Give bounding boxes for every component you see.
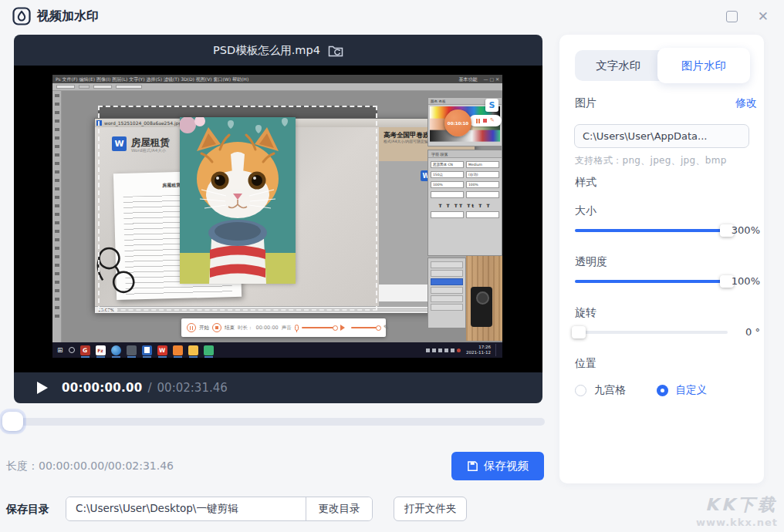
template-subtitle: Word格式/A4大小	[131, 148, 170, 153]
size-slider-row: 300%	[575, 223, 760, 238]
cat-photo	[180, 117, 296, 284]
savedir-control: 更改目录	[66, 497, 373, 521]
length-value: 00:00:00.00/00:02:31.46	[39, 460, 174, 472]
tab-image-watermark[interactable]: 图片水印	[657, 48, 750, 83]
radio-grid-label[interactable]: 九宫格	[594, 383, 626, 397]
video-player: PSD模板怎么用.mp4 Ps 文件(F) 编辑(E) 图像(I) 图层(L) …	[14, 35, 542, 403]
rotate-slider-handle[interactable]	[572, 326, 586, 338]
show-desktop-button	[495, 344, 498, 356]
pencil-icon: ✎	[490, 118, 495, 123]
type-style-buttons: T T TT Tt T T	[431, 203, 499, 208]
font-family-field: 思源黑体 CN	[431, 161, 464, 168]
tab-text-watermark[interactable]: 文字水印	[575, 50, 662, 81]
app-title: 视频加水印	[37, 8, 99, 25]
speaker-icon	[340, 325, 348, 331]
formats-hint: 支持格式：png、jpeg、jpg、bmp	[575, 154, 727, 167]
annotate-pencil-icon: ✎	[384, 324, 390, 332]
windows-taskbar: ⊞ G Fz W 17:262021-11-12	[52, 342, 502, 358]
watermark-settings-panel: 文字水印 图片水印 图片 修改 支持格式：png、jpeg、jpg、bmp 样式…	[559, 35, 764, 483]
image-label: 图片	[575, 96, 596, 110]
taskbar-clock: 17:262021-11-12	[466, 345, 491, 355]
microphone-icon	[295, 325, 299, 331]
taskbar-app-icon	[188, 345, 198, 355]
ps-toolbox	[52, 91, 62, 342]
rotate-slider-row: 0 °	[575, 325, 760, 340]
savedir-input[interactable]	[66, 497, 306, 520]
total-time: 00:02:31.46	[157, 381, 228, 395]
maximize-icon[interactable]	[726, 11, 738, 22]
close-icon[interactable]: ✕	[758, 10, 769, 23]
document-statusbar: 16.67%	[95, 306, 475, 313]
save-icon	[467, 460, 478, 472]
font-size-field: 150点	[431, 171, 464, 178]
duration-value: 00:00:00	[256, 325, 279, 331]
recording-mini-controls: ✎	[469, 115, 502, 126]
size-label: 大小	[575, 204, 596, 218]
leading-field: (自动)	[466, 171, 499, 178]
open-folder-button[interactable]: 打开文件夹	[394, 497, 467, 521]
length-label: 长度：	[6, 460, 39, 472]
opacity-slider-row: 100%	[575, 274, 760, 289]
app-window: 视频加水印 ✕ PSD模板怎么用.mp4 Ps 文件(F) 编辑(E) 图像(I…	[0, 0, 784, 532]
size-value: 300%	[729, 224, 760, 236]
length-info: 长度：00:00:00.00/00:02:31.46	[6, 460, 174, 473]
document-icon	[96, 120, 102, 126]
zoom-level: 16.67%	[98, 308, 114, 312]
opacity-value: 100%	[729, 275, 760, 287]
selected-layer-row	[431, 278, 463, 285]
radio-custom-label[interactable]: 自定义	[676, 383, 708, 397]
pause-icon	[476, 119, 480, 123]
taskbar-app-icon	[111, 345, 121, 355]
change-dir-button[interactable]: 更改目录	[306, 497, 372, 520]
taskbar-app-icon: W	[157, 345, 167, 355]
player-controls: 00:00:00.00 / 00:02:31.46	[14, 372, 542, 403]
font-weight-field: Medium	[466, 161, 499, 168]
duration-label: 时长：	[238, 325, 253, 332]
word-logo-icon: W	[112, 136, 127, 151]
recorder-toolbar: 开始 结束 时长： 00:00:00 声音 ✎	[181, 318, 386, 337]
taskbar-app-icon	[173, 345, 183, 355]
record-start-label: 开始	[199, 325, 209, 332]
opacity-label: 透明度	[575, 255, 607, 269]
position-label: 位置	[575, 357, 596, 371]
size-slider[interactable]	[575, 229, 728, 232]
site-watermark: KK下载 www.kkx.net	[696, 493, 778, 528]
speaker-volume-slider	[351, 327, 380, 328]
stop-icon	[483, 119, 487, 123]
image-path-input[interactable]	[574, 124, 749, 148]
ps-menu-items: Ps 文件(F) 编辑(E) 图像(I) 图层(L) 文字(Y) 选择(S) 滤…	[56, 75, 248, 83]
recording-time: 00:10:10	[448, 121, 468, 126]
change-video-icon[interactable]	[328, 44, 343, 57]
taskbar-app-icon: Fz	[96, 345, 106, 355]
video-filename: PSD模板怎么用.mp4	[213, 43, 320, 58]
taskbar-app-icon	[127, 345, 137, 355]
radio-custom[interactable]	[657, 385, 668, 396]
time-separator: /	[148, 381, 152, 395]
play-button[interactable]	[37, 382, 48, 394]
rotate-label: 旋转	[575, 306, 596, 320]
modify-link[interactable]: 修改	[735, 96, 757, 110]
mic-volume-slider	[302, 327, 337, 328]
app-logo-icon	[12, 7, 31, 25]
recording-badge: 00:10:10	[444, 109, 471, 136]
opacity-slider[interactable]	[575, 280, 728, 283]
rotate-value: 0 °	[729, 326, 760, 338]
timeline-slider[interactable]	[6, 418, 545, 426]
save-video-button[interactable]: 保存视频	[451, 452, 544, 480]
video-canvas[interactable]: Ps 文件(F) 编辑(E) 图像(I) 图层(L) 文字(Y) 选择(S) 滤…	[14, 66, 542, 372]
timeline-handle[interactable]	[2, 412, 23, 431]
ps-workspace-label: 基本功能	[458, 75, 477, 83]
position-options: 九宫格 自定义	[575, 383, 707, 397]
radio-grid[interactable]	[575, 385, 586, 396]
titlebar: 视频加水印 ✕	[0, 0, 784, 32]
ps-window-controls-icon: — ▢ ✕	[483, 75, 499, 83]
taskbar-app-icon	[142, 345, 152, 355]
record-stop-icon	[212, 323, 221, 332]
ps-layers-panel	[427, 258, 466, 328]
savedir-label: 保存目录	[6, 503, 49, 517]
current-time: 00:00:00.00	[62, 381, 143, 395]
glasses-image	[95, 240, 143, 303]
rotate-slider[interactable]	[575, 331, 728, 334]
app-identity: 视频加水印	[12, 7, 99, 25]
ps-menu-bar: Ps 文件(F) 编辑(E) 图像(I) 图层(L) 文字(Y) 选择(S) 滤…	[52, 75, 502, 83]
